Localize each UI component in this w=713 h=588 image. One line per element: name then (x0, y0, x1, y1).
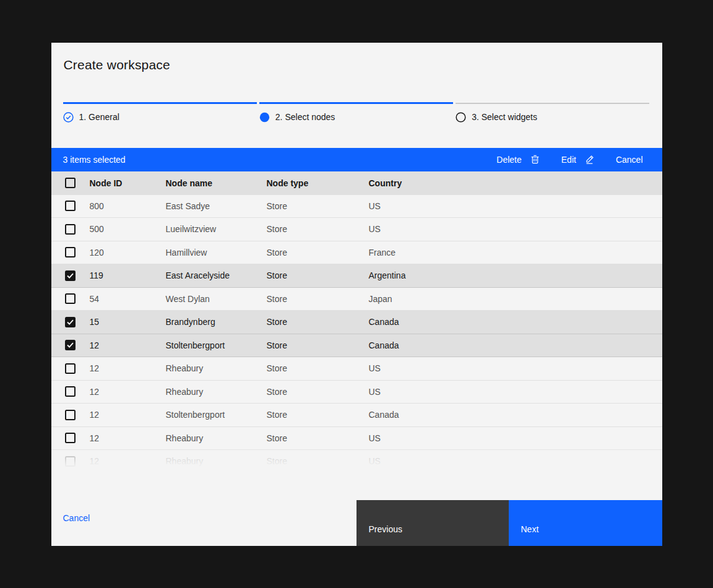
row-checkbox[interactable] (65, 247, 76, 257)
progress-step-line (259, 102, 453, 104)
progress-indicator: 1. General 2. Select nodes 3. Select wid… (63, 102, 650, 123)
cell-node-type: Store (267, 387, 369, 397)
table-row[interactable]: 54 West Dylan Store Japan (51, 288, 662, 311)
cell-node-type: Store (267, 201, 369, 211)
cell-country: France (369, 248, 662, 257)
cell-country: US (369, 387, 662, 397)
cell-country: Japan (369, 294, 662, 304)
cell-node-id: 15 (90, 317, 166, 327)
row-checkbox[interactable] (65, 224, 76, 235)
progress-step-select-nodes[interactable]: 2. Select nodes (259, 102, 453, 123)
progress-step-label: 3. Select widgets (472, 112, 537, 122)
modal-footer: Cancel Previous Next (51, 500, 662, 546)
table-row[interactable]: 119 East Aracelyside Store Argentina (51, 264, 662, 288)
cell-node-id: 12 (90, 363, 166, 373)
next-button[interactable]: Next (509, 500, 662, 546)
create-workspace-modal: Create workspace 1. General 2. Select no… (51, 43, 662, 546)
table-row[interactable]: 120 Hamillview Store France (51, 241, 662, 265)
table-row[interactable]: 12 Rheabury Store US (51, 381, 662, 404)
cell-node-type: Store (267, 294, 369, 304)
cell-country: US (369, 363, 662, 373)
cell-node-name: Stoltenbergport (166, 340, 267, 350)
row-checkbox[interactable] (65, 363, 76, 374)
table-row[interactable]: 12 Rheabury Store US (51, 357, 662, 381)
row-checkbox[interactable] (65, 433, 76, 443)
column-header-node-id[interactable]: Node ID (90, 178, 166, 188)
trash-icon (530, 154, 540, 165)
cell-country: US (369, 456, 662, 466)
table-row[interactable]: 12 Stoltenbergport Store Canada (51, 404, 662, 427)
progress-step-label: 1. General (79, 112, 119, 122)
cell-node-type: Store (267, 456, 369, 466)
cell-node-name: East Sadye (166, 201, 267, 211)
cell-country: US (369, 224, 662, 234)
row-checkbox[interactable] (65, 270, 76, 281)
table-row[interactable]: 500 Lueilwitzview Store US (51, 218, 662, 241)
column-header-node-name[interactable]: Node name (166, 178, 267, 188)
batch-edit-label: Edit (561, 155, 576, 165)
cell-country: Canada (369, 410, 662, 420)
cell-node-type: Store (267, 340, 369, 350)
batch-action-bar: 3 items selected Delete Edit (51, 148, 662, 171)
cell-node-id: 120 (90, 248, 166, 257)
edit-pencil-icon (584, 154, 595, 165)
row-checkbox[interactable] (65, 410, 76, 420)
empty-circle-icon (456, 112, 466, 123)
cell-node-type: Store (267, 270, 369, 280)
progress-step-general[interactable]: 1. General (63, 102, 257, 123)
cell-node-id: 12 (90, 340, 166, 350)
cell-node-name: West Dylan (166, 294, 267, 304)
cell-node-type: Store (267, 410, 369, 420)
cell-node-name: Rheabury (166, 433, 267, 443)
cell-country: Canada (369, 317, 662, 327)
row-checkbox[interactable] (65, 317, 76, 327)
cell-node-type: Store (267, 433, 369, 443)
batch-delete-button[interactable]: Delete (486, 148, 550, 171)
batch-edit-button[interactable]: Edit (551, 148, 605, 171)
cell-node-name: Hamillview (166, 248, 267, 257)
cell-country: Argentina (369, 270, 662, 280)
cancel-link[interactable]: Cancel (63, 513, 90, 523)
cell-node-name: East Aracelyside (166, 270, 267, 280)
table-row[interactable]: 12 Rheabury Store US (51, 427, 662, 451)
table-row[interactable]: 12 Rheabury Store US (51, 450, 662, 473)
cell-node-id: 500 (90, 224, 166, 234)
page-title: Create workspace (64, 58, 170, 72)
column-header-node-type[interactable]: Node type (267, 178, 369, 188)
row-checkbox[interactable] (65, 293, 76, 304)
cell-node-type: Store (267, 248, 369, 257)
progress-step-select-widgets[interactable]: 3. Select widgets (456, 102, 649, 123)
cell-node-name: Stoltenbergport (166, 410, 267, 420)
cell-node-id: 12 (90, 410, 166, 420)
cell-node-type: Store (267, 224, 369, 234)
cell-node-id: 12 (90, 433, 166, 443)
cell-node-name: Rheabury (166, 456, 267, 466)
table-row[interactable]: 800 East Sadye Store US (51, 195, 662, 218)
previous-button[interactable]: Previous (356, 500, 509, 546)
cell-node-id: 119 (90, 270, 166, 280)
batch-cancel-label: Cancel (616, 155, 643, 165)
table-body: 800 East Sadye Store US 500 Lueilwitzvie… (51, 195, 662, 473)
row-checkbox[interactable] (65, 340, 76, 350)
row-checkbox[interactable] (65, 456, 76, 467)
table-row[interactable]: 15 Brandynberg Store Canada (51, 311, 662, 334)
batch-cancel-button[interactable]: Cancel (605, 148, 654, 171)
cell-country: US (369, 433, 662, 443)
row-checkbox[interactable] (65, 201, 76, 211)
selection-count-label: 3 items selected (51, 155, 126, 165)
cell-node-type: Store (267, 317, 369, 327)
cell-country: US (369, 201, 662, 211)
progress-step-label: 2. Select nodes (275, 112, 335, 122)
check-circle-icon (63, 112, 74, 123)
filled-circle-icon (259, 112, 270, 123)
cell-node-id: 12 (90, 456, 166, 466)
column-header-country[interactable]: Country (369, 178, 662, 188)
cell-node-id: 800 (90, 201, 166, 211)
cell-country: Canada (369, 340, 662, 350)
row-checkbox[interactable] (65, 386, 76, 397)
cell-node-id: 12 (90, 387, 166, 397)
table-header-row: Node ID Node name Node type Country (51, 171, 662, 195)
table-row[interactable]: 12 Stoltenbergport Store Canada (51, 334, 662, 358)
cell-node-name: Rheabury (166, 363, 267, 373)
select-all-checkbox[interactable] (65, 178, 76, 188)
